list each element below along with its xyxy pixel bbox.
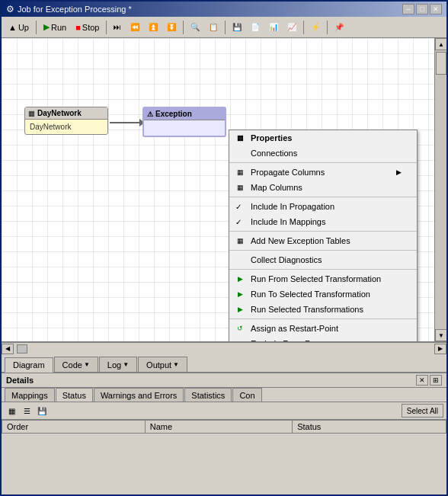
app-window: ⚙ Job for Exception Processing * ─ □ ✕ ▲…	[0, 0, 448, 496]
vscroll-thumb[interactable]	[436, 52, 446, 75]
col-status: Status	[293, 421, 446, 434]
run-selected-icon: ▶	[234, 303, 246, 315]
details-title: Details	[6, 376, 34, 385]
menu-label-run-from-selected: Run From Selected Transformation	[251, 274, 381, 283]
connection-arrow	[110, 122, 142, 123]
menu-item-include-mappings[interactable]: ✓ Include In Mappings	[229, 214, 417, 229]
map-icon: ▦	[234, 181, 246, 194]
hscroll-left-btn[interactable]: ◀	[2, 344, 14, 354]
hscroll-right-btn[interactable]: ▶	[434, 344, 446, 354]
details-tab-warnings[interactable]: Warnings and Errors	[94, 388, 184, 402]
details-tab-bar: Mappings Status Warnings and Errors Stat…	[2, 388, 446, 402]
menu-item-run-from-selected[interactable]: ▶ Run From Selected Transformation	[229, 271, 417, 286]
tab-diagram[interactable]: Diagram	[5, 357, 53, 373]
vscroll-track[interactable]	[435, 50, 446, 329]
menu-label-propagate-columns: Propagate Columns	[251, 168, 325, 177]
menu-label-run-selected: Run Selected Transformations	[251, 305, 363, 314]
menu-item-connections[interactable]: Connections	[229, 146, 417, 161]
close-button[interactable]: ✕	[430, 4, 442, 14]
details-tab-mappings[interactable]: Mappings	[5, 388, 55, 402]
details-expand-button[interactable]: ⊞	[430, 375, 442, 386]
menu-label-properties: Properties	[251, 133, 292, 142]
check-mappings: ✓	[235, 218, 242, 226]
tab-log[interactable]: Log ▼	[99, 357, 137, 372]
stop-button[interactable]: ■ Stop	[72, 19, 103, 36]
menu-item-add-exception-tables[interactable]: ▦ Add New Exception Tables	[229, 233, 417, 248]
node-daynetwork-header: ▦ DayNetwork	[25, 107, 107, 120]
details-tool-list[interactable]: ☰	[20, 404, 34, 418]
menu-item-exclude-from-run[interactable]: Exclude From Run	[229, 336, 417, 342]
toolbar-sep-6	[327, 21, 328, 34]
run-button[interactable]: ▶ Run	[40, 19, 70, 36]
details-table-container[interactable]: Order Name Status	[2, 420, 446, 434]
toolbar-btn-7[interactable]: 🔍	[187, 19, 203, 36]
toolbar-btn-6[interactable]: ⏬	[163, 19, 180, 36]
canvas-hscroll[interactable]: ◀ ▶	[2, 342, 446, 354]
toolbar-sep-5	[303, 21, 304, 34]
toolbar-btn-10[interactable]: 📄	[247, 19, 264, 36]
toolbar-btn-8[interactable]: 📋	[205, 19, 222, 36]
details-panel: Details ✕ ⊞ Mappings Status Warnings and…	[2, 373, 446, 494]
add-exception-icon: ▦	[234, 235, 246, 247]
menu-item-collect-diagnostics[interactable]: Collect Diagnostics	[229, 252, 417, 267]
toolbar-btn-9[interactable]: 💾	[229, 19, 245, 36]
maximize-button[interactable]: □	[416, 4, 428, 14]
run-to-icon: ▶	[234, 288, 246, 300]
details-tab-statistics[interactable]: Statistics	[184, 388, 232, 402]
toolbar-btn-4[interactable]: ⏪	[126, 19, 143, 36]
menu-item-map-columns[interactable]: ▦ Map Columns	[229, 180, 417, 195]
menu-item-run-selected[interactable]: ▶ Run Selected Transformations	[229, 302, 417, 317]
main-content: ▦ DayNetwork DayNetwork ⚠ Exception	[2, 38, 446, 494]
node-exception-title: Exception	[155, 110, 192, 118]
run-from-icon: ▶	[234, 273, 246, 285]
col-order: Order	[2, 421, 146, 434]
menu-label-collect-diagnostics: Collect Diagnostics	[251, 255, 322, 264]
vscroll-down-btn[interactable]: ▼	[435, 329, 446, 341]
menu-item-properties[interactable]: ▦ Properties	[229, 130, 417, 146]
menu-label-include-mappings: Include In Mappings	[251, 217, 325, 226]
up-icon: ▲	[8, 23, 17, 32]
node-daynetwork[interactable]: ▦ DayNetwork DayNetwork	[24, 107, 108, 135]
toolbar-btn-14[interactable]: 📌	[331, 19, 347, 36]
node-exception-header: ⚠ Exception	[144, 108, 225, 120]
node-daynetwork-body: DayNetwork	[25, 120, 107, 134]
toolbar-btn-11[interactable]: 📊	[265, 19, 282, 36]
menu-sep-2	[229, 197, 417, 197]
node-exception-icon: ⚠	[147, 110, 153, 118]
canvas-vscrollbar[interactable]: ▲ ▼	[434, 38, 446, 341]
menu-item-propagate-columns[interactable]: ▦ Propagate Columns ▶	[229, 165, 417, 180]
details-tool-grid[interactable]: ▦	[5, 404, 18, 418]
details-toolbar: ▦ ☰ 💾 Select All	[2, 402, 446, 420]
menu-sep-4	[229, 250, 417, 251]
menu-sep-5	[229, 269, 417, 270]
details-tab-status[interactable]: Status	[56, 388, 93, 402]
propagate-icon: ▦	[234, 166, 246, 178]
menu-item-assign-restart[interactable]: ↺ Assign as Restart-Point	[229, 321, 417, 336]
hscroll-thumb[interactable]	[17, 344, 27, 354]
toolbar-btn-13[interactable]: ⚡	[307, 19, 324, 36]
context-menu: ▦ Properties Connections ▦ Propagate Col…	[229, 130, 418, 342]
details-table: Order Name Status	[2, 420, 446, 434]
up-button[interactable]: ▲ Up	[5, 19, 33, 36]
canvas[interactable]: ▦ DayNetwork DayNetwork ⚠ Exception	[2, 38, 446, 342]
select-all-button[interactable]: Select All	[402, 404, 443, 418]
details-toolbar-spacer	[50, 404, 400, 418]
check-propagation: ✓	[235, 203, 242, 211]
toolbar-btn-5[interactable]: ⏫	[145, 19, 162, 36]
tab-output[interactable]: Output ▼	[138, 357, 187, 372]
details-close-button[interactable]: ✕	[416, 375, 428, 386]
col-name: Name	[145, 421, 292, 434]
vscroll-up-btn[interactable]: ▲	[435, 38, 446, 50]
menu-sep-3	[229, 231, 417, 232]
toolbar-btn-3[interactable]: ⏭	[110, 19, 125, 36]
run-icon: ▶	[43, 22, 50, 32]
details-tool-export[interactable]: 💾	[35, 404, 49, 418]
details-tab-con[interactable]: Con	[232, 388, 261, 402]
menu-item-include-propagation[interactable]: ✓ Include In Propagation	[229, 199, 417, 214]
tab-code[interactable]: Code ▼	[54, 357, 98, 372]
menu-item-run-to-selected[interactable]: ▶ Run To Selected Transformation	[229, 286, 417, 302]
toolbar-btn-12[interactable]: 📈	[283, 19, 300, 36]
properties-icon: ▦	[234, 132, 246, 144]
minimize-button[interactable]: ─	[402, 4, 414, 14]
node-exception[interactable]: ⚠ Exception	[142, 107, 226, 137]
